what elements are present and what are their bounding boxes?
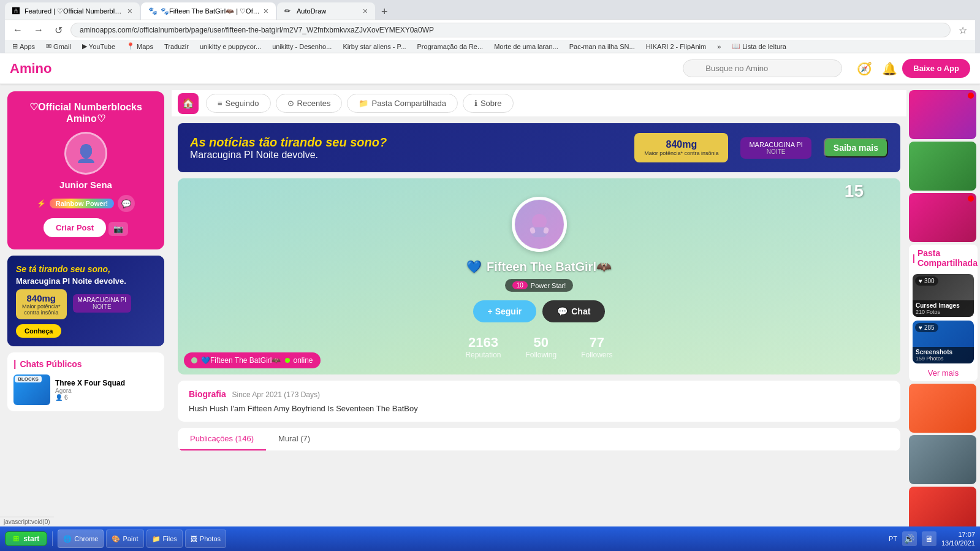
- main-layout: ♡Official Numberblocks Amino♡ 👤 Junior S…: [0, 84, 980, 542]
- badge-label: Power Star!: [531, 282, 566, 289]
- left-sidebar: ♡Official Numberblocks Amino♡ 👤 Junior S…: [0, 84, 172, 542]
- chat-list-item[interactable]: BLOCKS Three X Four Squad Agora 👤 6: [13, 374, 158, 405]
- tab-recentes[interactable]: ⊙ Recentes: [276, 94, 343, 113]
- search-wrapper: 🔍: [683, 59, 842, 77]
- right-thumb-3[interactable]: [909, 193, 976, 242]
- post-image-icon[interactable]: 📷: [108, 222, 128, 236]
- profile-avatar: [512, 197, 567, 252]
- followers-num: 77: [590, 335, 604, 351]
- amino-logo[interactable]: Amino: [10, 61, 51, 77]
- badge-row: ⚡ Rainbow Power! 💬: [17, 195, 154, 212]
- tab2-label: 🐾Fifteen The BatGirl🦇 | ♡Offici...: [161, 7, 260, 15]
- taskbar-chrome[interactable]: 🌐 Chrome: [58, 530, 104, 542]
- home-button[interactable]: 🏠: [178, 93, 199, 114]
- sidebar-ad-mg-sub: Maior potência*contra insônia: [22, 303, 61, 316]
- taskbar-right: PT 🔊 🖥 17:07 13/10/2021: [889, 530, 975, 542]
- criar-post-button[interactable]: Criar Post: [44, 218, 106, 237]
- tab-2[interactable]: 🐾 🐾Fifteen The BatGirl🦇 | ♡Offici... ×: [141, 2, 276, 20]
- reputation-num: 2163: [468, 335, 498, 351]
- volume-icon[interactable]: 🔊: [902, 531, 917, 542]
- start-button[interactable]: ⊞ start: [5, 531, 47, 542]
- bookmark-hikari[interactable]: HIKARI 2 - FlipAnim: [644, 42, 708, 51]
- back-button[interactable]: ←: [10, 23, 26, 37]
- address-input[interactable]: [70, 23, 951, 37]
- chat-time: Agora: [55, 387, 125, 394]
- ad-mg-badge: 840mg Maior potência* contra insônia: [634, 133, 728, 162]
- reload-button[interactable]: ↺: [51, 23, 66, 37]
- right-thumb-2[interactable]: [909, 142, 976, 191]
- right-thumb-1[interactable]: [909, 90, 976, 139]
- pasta-card-2[interactable]: ♥ 285 Screenshots 159 Photos: [913, 321, 974, 363]
- tab-1[interactable]: 🅰 Featured | ♡Official Numberbloc... ×: [5, 2, 140, 20]
- tab-sobre[interactable]: ℹ Sobre: [463, 94, 514, 113]
- address-bar-row: ← → ↺ ☆: [5, 20, 975, 40]
- stat-reputation: 2163 Reputation: [465, 335, 501, 359]
- pasta-sidebar-section: | Pasta Compartilhada ♥ 300 Cursed Image…: [909, 245, 978, 381]
- profile-name: 💙 Fifteen The BatGirl🦇: [466, 259, 612, 274]
- bookmark-translate[interactable]: Traduzir: [162, 42, 191, 51]
- tab-3[interactable]: ✏ AutoDraw ×: [277, 2, 375, 20]
- sidebar-ad-subtitle: Maracugina PI Noite devolve.: [16, 276, 156, 286]
- profile-actions: + Seguir 💬 Chat: [473, 300, 606, 322]
- tab3-close[interactable]: ×: [363, 6, 368, 16]
- taskbar-photos[interactable]: 🖼 Photos: [185, 530, 226, 542]
- bookmark-youtube[interactable]: ▶ YouTube: [80, 42, 118, 51]
- bookmark-more[interactable]: »: [715, 42, 723, 51]
- tab-seguindo[interactable]: ≡ Seguindo: [206, 94, 271, 113]
- bookmark-kirby[interactable]: Kirby star aliens - P...: [340, 42, 408, 51]
- tab-publications[interactable]: Publicações (146): [178, 428, 266, 450]
- bookmark-star[interactable]: ☆: [955, 23, 970, 37]
- sidebar-avatar: 👤: [64, 132, 107, 175]
- compass-button[interactable]: 🧭: [852, 59, 877, 78]
- pasta-card-1[interactable]: ♥ 300 Cursed Images 210 Fotos: [913, 274, 974, 317]
- pasta1-name: Cursed Images: [916, 302, 971, 309]
- taskbar-files[interactable]: 📁 Files: [146, 530, 183, 542]
- bookmark-unikitty[interactable]: unikitty e puppycor...: [197, 42, 264, 51]
- bio-text: Hush Hush I'am Fifteen Amy Boyfriend Is …: [189, 404, 889, 413]
- search-input[interactable]: [683, 59, 842, 77]
- bell-button[interactable]: 🔔: [877, 59, 902, 78]
- right-sidebar: | Pasta Compartilhada ♥ 300 Cursed Image…: [906, 84, 980, 542]
- bookmark-programacao[interactable]: Programação da Re...: [415, 42, 486, 51]
- taskbar-paint[interactable]: 🎨 Paint: [106, 530, 143, 542]
- bio-header: Biografia Since Apr 2021 (173 Days): [189, 389, 889, 399]
- forward-button[interactable]: →: [31, 23, 47, 37]
- bookmark-morte[interactable]: Morte de uma laran...: [492, 42, 561, 51]
- chat-button[interactable]: 💬 Chat: [542, 300, 605, 322]
- tab1-close[interactable]: ×: [127, 6, 132, 16]
- right-thumb-4[interactable]: [909, 384, 976, 433]
- reputation-label: Reputation: [465, 351, 501, 359]
- bookmark-desenho[interactable]: unikitty - Desenho...: [270, 42, 334, 51]
- status-bar: javascript:void(0): [0, 517, 54, 526]
- ad-mg-sub: Maior potência* contra insônia: [644, 150, 718, 156]
- screen-icon[interactable]: 🖥: [922, 531, 936, 542]
- bookmark-reading-list[interactable]: 📖 Lista de leitura: [729, 42, 789, 51]
- sidebar-chat-icon[interactable]: 💬: [118, 195, 135, 212]
- sidebar-ad-button[interactable]: Conheça: [16, 324, 61, 338]
- tab2-close[interactable]: ×: [264, 6, 268, 16]
- chat-thumbnail: BLOCKS: [13, 374, 50, 405]
- ver-mais-link[interactable]: Ver mais: [913, 368, 974, 378]
- tab-mural[interactable]: Mural (7): [266, 428, 322, 450]
- pasta1-likes: ♥ 300: [915, 276, 938, 286]
- center-content: 🏠 ≡ Seguindo ⊙ Recentes 📁 Pasta Comparti…: [172, 84, 906, 542]
- nav-tabs: 🏠 ≡ Seguindo ⊙ Recentes 📁 Pasta Comparti…: [172, 90, 906, 117]
- following-label: Following: [525, 351, 556, 359]
- notif-dot-1: [968, 93, 974, 99]
- right-thumb-5[interactable]: [909, 435, 976, 484]
- heart-icon: 💙: [466, 259, 482, 274]
- stat-following: 50 Following: [525, 335, 556, 359]
- bookmark-apps[interactable]: ⊞ Apps: [10, 42, 37, 51]
- tab-pasta[interactable]: 📁 Pasta Compartilhada: [347, 94, 457, 113]
- saiba-mais-button[interactable]: Saiba mais: [824, 138, 888, 158]
- seguir-button[interactable]: + Seguir: [473, 300, 537, 322]
- tab1-favicon: 🅰: [12, 7, 21, 15]
- baixo-app-button[interactable]: Baixe o App: [902, 59, 970, 78]
- chat-members: 👤 6: [55, 394, 125, 401]
- new-tab-button[interactable]: +: [376, 4, 393, 20]
- bookmark-maps[interactable]: 📍 Maps: [124, 42, 156, 51]
- pasta2-name: Screenshots: [916, 349, 971, 355]
- ad-banner-line2: Maracugina PI Noite devolve.: [190, 150, 387, 161]
- bookmark-gmail[interactable]: ✉ Gmail: [44, 42, 74, 51]
- bookmark-pacman[interactable]: Pac-man na ilha SN...: [567, 42, 637, 51]
